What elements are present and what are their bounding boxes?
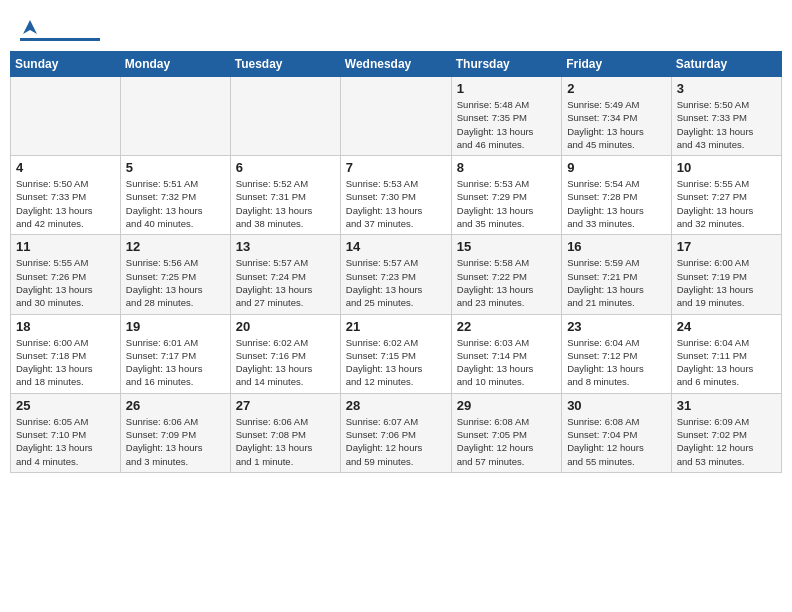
day-info: Sunrise: 5:55 AMSunset: 7:27 PMDaylight:… [677,177,776,230]
day-info: Sunrise: 6:00 AMSunset: 7:19 PMDaylight:… [677,256,776,309]
day-info: Sunrise: 5:59 AMSunset: 7:21 PMDaylight:… [567,256,666,309]
calendar-cell: 3Sunrise: 5:50 AMSunset: 7:33 PMDaylight… [671,77,781,156]
calendar-cell: 27Sunrise: 6:06 AMSunset: 7:08 PMDayligh… [230,393,340,472]
day-info: Sunrise: 5:50 AMSunset: 7:33 PMDaylight:… [16,177,115,230]
day-number: 3 [677,81,776,96]
day-info: Sunrise: 5:58 AMSunset: 7:22 PMDaylight:… [457,256,556,309]
day-info: Sunrise: 6:07 AMSunset: 7:06 PMDaylight:… [346,415,446,468]
weekday-header-thursday: Thursday [451,52,561,77]
day-info: Sunrise: 6:05 AMSunset: 7:10 PMDaylight:… [16,415,115,468]
calendar-cell: 26Sunrise: 6:06 AMSunset: 7:09 PMDayligh… [120,393,230,472]
weekday-header-saturday: Saturday [671,52,781,77]
calendar-body: 1Sunrise: 5:48 AMSunset: 7:35 PMDaylight… [11,77,782,473]
day-info: Sunrise: 6:00 AMSunset: 7:18 PMDaylight:… [16,336,115,389]
calendar-cell: 17Sunrise: 6:00 AMSunset: 7:19 PMDayligh… [671,235,781,314]
calendar-cell: 31Sunrise: 6:09 AMSunset: 7:02 PMDayligh… [671,393,781,472]
day-number: 28 [346,398,446,413]
day-info: Sunrise: 5:57 AMSunset: 7:23 PMDaylight:… [346,256,446,309]
day-info: Sunrise: 5:56 AMSunset: 7:25 PMDaylight:… [126,256,225,309]
day-info: Sunrise: 5:57 AMSunset: 7:24 PMDaylight:… [236,256,335,309]
calendar-week-5: 25Sunrise: 6:05 AMSunset: 7:10 PMDayligh… [11,393,782,472]
weekday-header-monday: Monday [120,52,230,77]
calendar-cell: 4Sunrise: 5:50 AMSunset: 7:33 PMDaylight… [11,156,121,235]
calendar-cell: 28Sunrise: 6:07 AMSunset: 7:06 PMDayligh… [340,393,451,472]
calendar-cell: 16Sunrise: 5:59 AMSunset: 7:21 PMDayligh… [562,235,672,314]
day-info: Sunrise: 5:51 AMSunset: 7:32 PMDaylight:… [126,177,225,230]
day-number: 8 [457,160,556,175]
day-info: Sunrise: 6:01 AMSunset: 7:17 PMDaylight:… [126,336,225,389]
day-info: Sunrise: 5:48 AMSunset: 7:35 PMDaylight:… [457,98,556,151]
day-info: Sunrise: 5:53 AMSunset: 7:30 PMDaylight:… [346,177,446,230]
svg-marker-0 [23,20,37,34]
calendar-cell: 8Sunrise: 5:53 AMSunset: 7:29 PMDaylight… [451,156,561,235]
calendar-cell: 29Sunrise: 6:08 AMSunset: 7:05 PMDayligh… [451,393,561,472]
day-info: Sunrise: 6:06 AMSunset: 7:08 PMDaylight:… [236,415,335,468]
calendar-week-3: 11Sunrise: 5:55 AMSunset: 7:26 PMDayligh… [11,235,782,314]
logo-underline [20,38,100,41]
calendar-cell: 1Sunrise: 5:48 AMSunset: 7:35 PMDaylight… [451,77,561,156]
calendar-cell: 21Sunrise: 6:02 AMSunset: 7:15 PMDayligh… [340,314,451,393]
day-number: 2 [567,81,666,96]
day-number: 19 [126,319,225,334]
day-number: 11 [16,239,115,254]
calendar-cell: 23Sunrise: 6:04 AMSunset: 7:12 PMDayligh… [562,314,672,393]
calendar-cell: 22Sunrise: 6:03 AMSunset: 7:14 PMDayligh… [451,314,561,393]
calendar-cell: 14Sunrise: 5:57 AMSunset: 7:23 PMDayligh… [340,235,451,314]
day-number: 15 [457,239,556,254]
weekday-row: SundayMondayTuesdayWednesdayThursdayFrid… [11,52,782,77]
calendar-cell: 6Sunrise: 5:52 AMSunset: 7:31 PMDaylight… [230,156,340,235]
day-info: Sunrise: 6:09 AMSunset: 7:02 PMDaylight:… [677,415,776,468]
day-number: 12 [126,239,225,254]
day-info: Sunrise: 6:04 AMSunset: 7:12 PMDaylight:… [567,336,666,389]
calendar-cell: 12Sunrise: 5:56 AMSunset: 7:25 PMDayligh… [120,235,230,314]
calendar-cell [11,77,121,156]
logo [20,18,100,41]
day-info: Sunrise: 6:02 AMSunset: 7:15 PMDaylight:… [346,336,446,389]
calendar-cell: 10Sunrise: 5:55 AMSunset: 7:27 PMDayligh… [671,156,781,235]
day-number: 16 [567,239,666,254]
calendar-cell: 13Sunrise: 5:57 AMSunset: 7:24 PMDayligh… [230,235,340,314]
day-info: Sunrise: 6:02 AMSunset: 7:16 PMDaylight:… [236,336,335,389]
day-number: 9 [567,160,666,175]
calendar-week-4: 18Sunrise: 6:00 AMSunset: 7:18 PMDayligh… [11,314,782,393]
calendar-cell: 15Sunrise: 5:58 AMSunset: 7:22 PMDayligh… [451,235,561,314]
day-number: 14 [346,239,446,254]
day-number: 27 [236,398,335,413]
day-number: 7 [346,160,446,175]
day-number: 25 [16,398,115,413]
calendar-cell: 20Sunrise: 6:02 AMSunset: 7:16 PMDayligh… [230,314,340,393]
day-info: Sunrise: 6:08 AMSunset: 7:04 PMDaylight:… [567,415,666,468]
calendar-cell: 11Sunrise: 5:55 AMSunset: 7:26 PMDayligh… [11,235,121,314]
day-number: 6 [236,160,335,175]
calendar-cell: 19Sunrise: 6:01 AMSunset: 7:17 PMDayligh… [120,314,230,393]
calendar-cell: 5Sunrise: 5:51 AMSunset: 7:32 PMDaylight… [120,156,230,235]
calendar-cell: 24Sunrise: 6:04 AMSunset: 7:11 PMDayligh… [671,314,781,393]
day-info: Sunrise: 5:55 AMSunset: 7:26 PMDaylight:… [16,256,115,309]
calendar-week-2: 4Sunrise: 5:50 AMSunset: 7:33 PMDaylight… [11,156,782,235]
weekday-header-friday: Friday [562,52,672,77]
day-info: Sunrise: 6:03 AMSunset: 7:14 PMDaylight:… [457,336,556,389]
day-info: Sunrise: 5:53 AMSunset: 7:29 PMDaylight:… [457,177,556,230]
calendar-cell: 2Sunrise: 5:49 AMSunset: 7:34 PMDaylight… [562,77,672,156]
calendar-header: SundayMondayTuesdayWednesdayThursdayFrid… [11,52,782,77]
calendar-cell [120,77,230,156]
calendar-cell: 18Sunrise: 6:00 AMSunset: 7:18 PMDayligh… [11,314,121,393]
day-number: 30 [567,398,666,413]
calendar-cell [340,77,451,156]
day-info: Sunrise: 5:54 AMSunset: 7:28 PMDaylight:… [567,177,666,230]
day-number: 24 [677,319,776,334]
day-number: 18 [16,319,115,334]
day-number: 4 [16,160,115,175]
day-number: 29 [457,398,556,413]
day-number: 26 [126,398,225,413]
calendar-table: SundayMondayTuesdayWednesdayThursdayFrid… [10,51,782,473]
day-number: 13 [236,239,335,254]
day-number: 22 [457,319,556,334]
calendar-cell: 7Sunrise: 5:53 AMSunset: 7:30 PMDaylight… [340,156,451,235]
day-number: 5 [126,160,225,175]
weekday-header-tuesday: Tuesday [230,52,340,77]
day-number: 23 [567,319,666,334]
day-number: 31 [677,398,776,413]
logo-icon [21,18,39,36]
calendar-week-1: 1Sunrise: 5:48 AMSunset: 7:35 PMDaylight… [11,77,782,156]
